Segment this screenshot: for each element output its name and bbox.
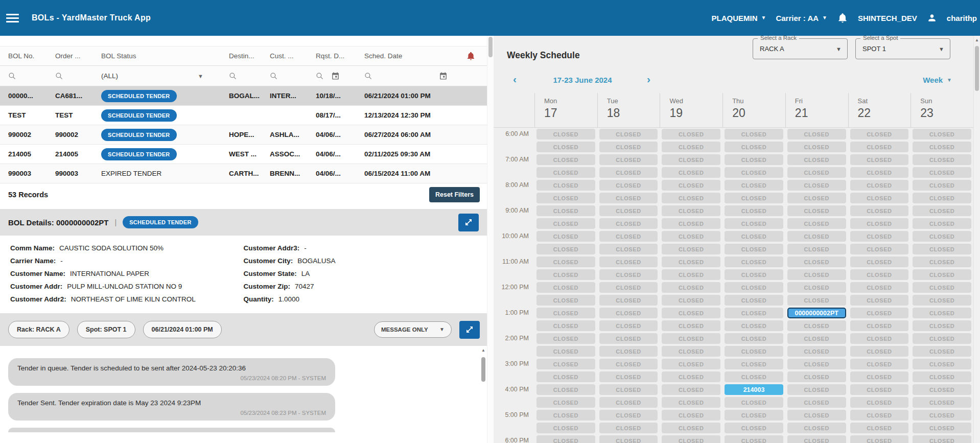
schedule-slot[interactable]: CLOSED: [534, 255, 597, 268]
schedule-slot[interactable]: CLOSED: [785, 255, 848, 268]
schedule-slot[interactable]: CLOSED: [848, 434, 911, 443]
schedule-slot[interactable]: CLOSED: [660, 370, 722, 383]
schedule-slot[interactable]: CLOSED: [660, 243, 722, 255]
schedule-slot[interactable]: CLOSED: [660, 128, 722, 141]
schedule-slot[interactable]: CLOSED: [911, 166, 973, 179]
schedule-slot[interactable]: CLOSED: [722, 396, 785, 409]
schedule-slot[interactable]: CLOSED: [785, 396, 848, 409]
schedule-slot[interactable]: CLOSED: [660, 153, 722, 166]
schedule-slot[interactable]: CLOSED: [722, 307, 785, 319]
schedule-slot[interactable]: CLOSED: [911, 383, 973, 396]
schedule-scrollbar[interactable]: ▲: [973, 36, 980, 443]
tender-chip[interactable]: Rack: RACK A: [8, 321, 69, 338]
schedule-slot[interactable]: CLOSED: [534, 332, 597, 345]
schedule-slot[interactable]: CLOSED: [597, 434, 660, 443]
schedule-slot[interactable]: CLOSED: [597, 153, 660, 166]
schedule-slot[interactable]: CLOSED: [597, 281, 660, 294]
schedule-slot[interactable]: CLOSED: [722, 243, 785, 255]
schedule-slot[interactable]: CLOSED: [911, 179, 973, 192]
schedule-slot[interactable]: CLOSED: [848, 294, 911, 307]
schedule-slot[interactable]: CLOSED: [848, 281, 911, 294]
schedule-slot[interactable]: CLOSED: [660, 217, 722, 230]
schedule-slot[interactable]: CLOSED: [848, 422, 911, 434]
schedule-slot[interactable]: CLOSED: [911, 141, 973, 153]
left-panel-scrollbar[interactable]: [487, 36, 494, 443]
schedule-slot[interactable]: CLOSED: [785, 179, 848, 192]
schedule-slot[interactable]: CLOSED: [911, 294, 973, 307]
schedule-slot[interactable]: CLOSED: [597, 204, 660, 217]
calendar-icon[interactable]: [439, 72, 448, 80]
filter-customer[interactable]: [266, 72, 312, 80]
schedule-slot[interactable]: CLOSED: [597, 268, 660, 281]
schedule-slot[interactable]: CLOSED: [534, 307, 597, 319]
schedule-slot[interactable]: CLOSED: [534, 434, 597, 443]
search-icon[interactable]: [316, 72, 324, 80]
expand-messages-button[interactable]: [459, 321, 480, 339]
schedule-slot[interactable]: CLOSED: [722, 141, 785, 153]
schedule-slot[interactable]: CLOSED: [911, 332, 973, 345]
schedule-slot[interactable]: CLOSED: [660, 166, 722, 179]
schedule-slot[interactable]: CLOSED: [785, 268, 848, 281]
message-scrollbar[interactable]: ▲: [480, 348, 486, 443]
schedule-slot[interactable]: CLOSED: [911, 192, 973, 204]
schedule-slot[interactable]: CLOSED: [785, 434, 848, 443]
schedule-slot[interactable]: CLOSED: [597, 294, 660, 307]
schedule-slot[interactable]: CLOSED: [534, 281, 597, 294]
schedule-slot[interactable]: CLOSED: [785, 153, 848, 166]
schedule-slot[interactable]: CLOSED: [848, 153, 911, 166]
schedule-event-badge[interactable]: 214003: [725, 384, 783, 395]
schedule-slot[interactable]: CLOSED: [785, 281, 848, 294]
column-header[interactable]: BOL No.: [0, 52, 51, 60]
bol-table-row[interactable]: TEST TEST SCHEDULED TENDER 08/17/... 12/…: [0, 106, 487, 125]
schedule-slot[interactable]: CLOSED: [660, 255, 722, 268]
schedule-slot[interactable]: CLOSED: [722, 217, 785, 230]
rack-select[interactable]: Select a Rack RACK A ▼: [753, 38, 848, 59]
filter-bol-status[interactable]: (ALL) ▼: [97, 72, 225, 80]
chevron-left-icon[interactable]: ‹: [513, 74, 517, 84]
tender-chip[interactable]: Spot: SPOT 1: [77, 321, 135, 338]
scroll-up-icon[interactable]: ▲: [974, 38, 980, 42]
schedule-slot[interactable]: CLOSED: [534, 230, 597, 243]
bol-table-row[interactable]: 990002 990002 SCHEDULED TENDER HOPE... A…: [0, 125, 487, 145]
column-header[interactable]: BOL Status: [97, 52, 225, 60]
schedule-slot[interactable]: CLOSED: [597, 255, 660, 268]
schedule-slot[interactable]: CLOSED: [534, 141, 597, 153]
schedule-slot[interactable]: CLOSED: [785, 141, 848, 153]
schedule-event-badge[interactable]: 0000000002PT: [787, 308, 846, 318]
search-icon[interactable]: [229, 72, 237, 80]
schedule-slot[interactable]: CLOSED: [597, 166, 660, 179]
schedule-slot[interactable]: CLOSED: [597, 192, 660, 204]
schedule-slot[interactable]: CLOSED: [534, 153, 597, 166]
schedule-slot[interactable]: CLOSED: [722, 332, 785, 345]
schedule-slot[interactable]: CLOSED: [785, 383, 848, 396]
schedule-slot[interactable]: CLOSED: [597, 332, 660, 345]
schedule-slot[interactable]: CLOSED: [911, 434, 973, 443]
schedule-slot[interactable]: CLOSED: [597, 409, 660, 422]
filter-destination[interactable]: [225, 72, 266, 80]
schedule-slot[interactable]: CLOSED: [785, 332, 848, 345]
filter-request-date[interactable]: [312, 72, 360, 80]
schedule-slot[interactable]: CLOSED: [785, 230, 848, 243]
schedule-slot[interactable]: CLOSED: [660, 141, 722, 153]
schedule-slot[interactable]: CLOSED: [785, 370, 848, 383]
schedule-slot[interactable]: CLOSED: [722, 255, 785, 268]
schedule-slot[interactable]: CLOSED: [722, 204, 785, 217]
schedule-slot[interactable]: CLOSED: [534, 268, 597, 281]
schedule-slot[interactable]: CLOSED: [722, 268, 785, 281]
notifications-bell-icon[interactable]: [837, 12, 848, 24]
schedule-slot[interactable]: CLOSED: [911, 307, 973, 319]
schedule-slot[interactable]: CLOSED: [660, 409, 722, 422]
schedule-slot[interactable]: CLOSED: [785, 294, 848, 307]
schedule-slot[interactable]: CLOSED: [660, 358, 722, 370]
schedule-slot[interactable]: CLOSED: [660, 204, 722, 217]
schedule-slot[interactable]: CLOSED: [722, 294, 785, 307]
schedule-slot[interactable]: CLOSED: [660, 230, 722, 243]
schedule-slot[interactable]: CLOSED: [597, 243, 660, 255]
schedule-slot[interactable]: CLOSED: [534, 192, 597, 204]
schedule-slot[interactable]: CLOSED: [534, 396, 597, 409]
bol-table-row[interactable]: 214005 214005 SCHEDULED TENDER WEST ... …: [0, 145, 487, 164]
search-icon[interactable]: [364, 72, 372, 80]
schedule-slot[interactable]: CLOSED: [848, 141, 911, 153]
search-icon[interactable]: [55, 72, 63, 80]
scroll-up-icon[interactable]: ▲: [480, 348, 486, 353]
